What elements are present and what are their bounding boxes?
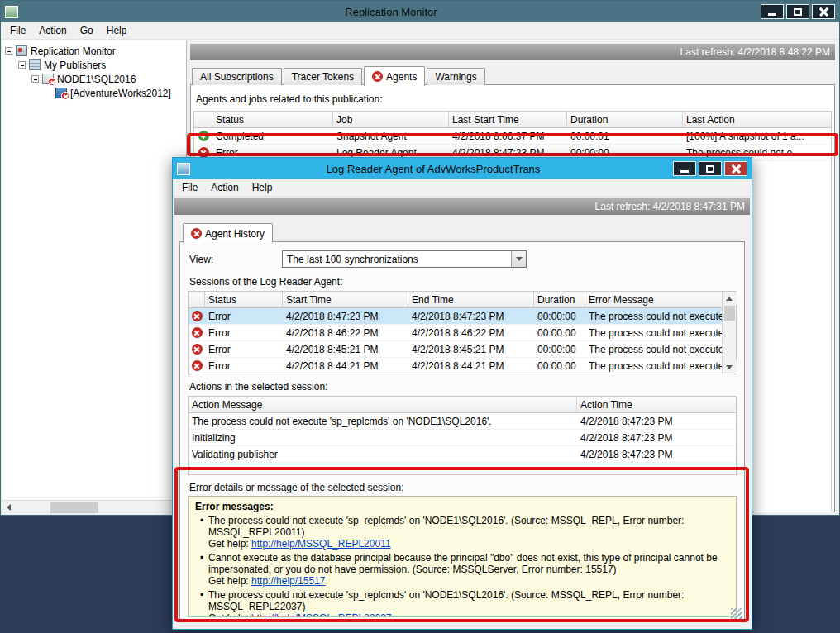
column-header-icon[interactable] — [194, 112, 212, 128]
publication-error-icon — [55, 88, 67, 98]
column-header-start-time[interactable]: Start Time — [283, 292, 408, 308]
menu-file[interactable]: File — [175, 180, 204, 195]
tab-agent-history[interactable]: Agent History — [183, 223, 273, 243]
close-button[interactable] — [812, 4, 835, 19]
action-message-cell: The process could not execute 'sp_replcm… — [189, 413, 577, 429]
view-dropdown-value: The last 100 synchronizations — [283, 254, 511, 265]
error-message-text: The process could not execute 'sp_replcm… — [208, 515, 684, 538]
up-arrow-icon — [726, 297, 733, 301]
down-arrow-icon — [726, 365, 733, 369]
action-row[interactable]: Initializing 4/2/2018 8:47:23 PM — [189, 430, 736, 446]
maximize-button[interactable] — [786, 4, 809, 19]
server-error-icon — [42, 74, 54, 84]
resize-grip[interactable] — [731, 608, 742, 620]
error-icon — [192, 311, 203, 321]
column-header-icon[interactable] — [189, 292, 205, 308]
scrollbar-thumb[interactable] — [50, 502, 98, 513]
error-icon — [192, 327, 203, 338]
column-header-status[interactable]: Status — [212, 112, 333, 128]
collapse-icon[interactable] — [18, 61, 26, 69]
collapse-icon[interactable] — [31, 75, 39, 83]
menu-go[interactable]: Go — [74, 23, 100, 38]
tree-item-adventureworks2012[interactable]: [AdventureWorks2012] — [55, 86, 186, 100]
column-header-action-time[interactable]: Action Time — [577, 397, 736, 413]
session-row[interactable]: Error 4/2/2018 8:47:23 PM 4/2/2018 8:47:… — [189, 308, 722, 325]
minimize-button[interactable] — [673, 161, 696, 176]
tree-item-node1-sql2016[interactable]: NODE1\SQL2016 — [31, 72, 186, 86]
end-time-cell: 4/2/2018 8:47:23 PM — [408, 308, 534, 324]
minimize-icon — [680, 170, 689, 173]
column-header-job[interactable]: Job — [333, 112, 449, 128]
scrollbar-thumb[interactable] — [724, 306, 735, 321]
action-row[interactable]: The process could not execute 'sp_replcm… — [189, 413, 736, 430]
tree-horizontal-scrollbar[interactable] — [2, 500, 186, 514]
close-button[interactable] — [724, 161, 747, 176]
menu-action[interactable]: Action — [32, 23, 73, 38]
duration-cell: 00:00:00 — [534, 341, 585, 357]
session-row[interactable]: Error 4/2/2018 8:44:21 PM 4/2/2018 8:44:… — [189, 358, 722, 374]
start-time-cell: 4/2/2018 8:45:21 PM — [283, 341, 408, 357]
error-details-box: Error messages: The process could not ex… — [188, 496, 737, 617]
tab-agents[interactable]: Agents — [364, 66, 425, 86]
session-row[interactable]: Error 4/2/2018 8:45:21 PM 4/2/2018 8:45:… — [189, 341, 722, 358]
agent-history-tab-page: View: The last 100 synchronizations Sess… — [179, 241, 745, 622]
minimize-button[interactable] — [761, 4, 784, 19]
scroll-down-button[interactable] — [723, 360, 737, 374]
tab-all-subscriptions[interactable]: All Subscriptions — [192, 68, 282, 85]
view-row: View: The last 100 synchronizations — [189, 250, 737, 268]
last-refresh-bar: Last refresh: 4/2/2018 8:48:22 PM — [190, 44, 835, 60]
end-time-cell: 4/2/2018 8:46:22 PM — [408, 325, 534, 340]
tab-label: Agent History — [205, 228, 265, 240]
agent-row-snapshot[interactable]: Completed Snapshot Agent 4/2/2018 8:06:3… — [194, 128, 831, 145]
sessions-table: Status Start Time End Time Duration Erro… — [189, 292, 722, 374]
error-badge-icon — [48, 78, 56, 86]
help-link[interactable]: http://help/MSSQL_REPL22037 — [251, 612, 391, 617]
tab-warnings[interactable]: Warnings — [427, 68, 484, 85]
maximize-icon — [706, 165, 714, 173]
minimize-icon — [768, 13, 776, 16]
window-title: Replication Monitor — [21, 6, 761, 18]
menu-action[interactable]: Action — [204, 180, 245, 195]
scroll-left-button[interactable] — [2, 501, 16, 514]
column-header-error-message[interactable]: Error Message — [585, 292, 722, 308]
dropdown-button[interactable] — [511, 251, 526, 267]
error-icon — [192, 360, 203, 371]
job-cell: Snapshot Agent — [333, 128, 449, 144]
scroll-up-button[interactable] — [723, 292, 737, 305]
actions-table-header: Action Message Action Time — [189, 397, 736, 413]
menu-help[interactable]: Help — [246, 180, 279, 195]
agents-caption: Agents and jobs related to this publicat… — [193, 92, 833, 111]
menu-file[interactable]: File — [3, 23, 32, 38]
tree-item-replication-monitor[interactable]: Replication Monitor — [5, 44, 186, 58]
get-help-label: Get help: — [208, 538, 249, 550]
sessions-vertical-scrollbar[interactable] — [722, 292, 736, 374]
column-header-duration[interactable]: Duration — [567, 112, 683, 128]
main-titlebar[interactable]: Replication Monitor — [1, 1, 839, 22]
action-time-cell: 4/2/2018 8:47:23 PM — [577, 430, 736, 445]
tree-item-label: My Publishers — [44, 59, 106, 71]
column-header-end-time[interactable]: End Time — [408, 292, 534, 308]
bullet-icon — [195, 552, 208, 587]
dialog-titlebar[interactable]: Log Reader Agent of AdvWorksProductTrans — [173, 158, 752, 179]
help-link[interactable]: http://help/MSSQL_REPL20011 — [251, 538, 391, 550]
collapse-icon[interactable] — [5, 47, 12, 55]
dialog-window-controls — [673, 161, 747, 176]
column-header-last-start-time[interactable]: Last Start Time — [449, 112, 567, 128]
maximize-icon — [794, 8, 802, 16]
column-header-action-message[interactable]: Action Message — [189, 397, 577, 413]
maximize-button[interactable] — [699, 161, 722, 176]
view-dropdown[interactable]: The last 100 synchronizations — [282, 250, 527, 268]
column-header-last-action[interactable]: Last Action — [683, 112, 831, 128]
tab-tracer-tokens[interactable]: Tracer Tokens — [284, 68, 362, 85]
status-cell: Error — [205, 325, 283, 340]
column-header-status[interactable]: Status — [205, 292, 283, 308]
tree-item-my-publishers[interactable]: My Publishers — [18, 58, 186, 72]
menu-help[interactable]: Help — [100, 23, 134, 38]
column-header-duration[interactable]: Duration — [534, 292, 585, 308]
error-message-body: The process could not execute 'sp_replcm… — [208, 515, 729, 550]
tab-label: Agents — [386, 71, 417, 83]
session-row[interactable]: Error 4/2/2018 8:46:22 PM 4/2/2018 8:46:… — [189, 325, 722, 341]
action-row[interactable]: Validating publisher 4/2/2018 8:47:23 PM — [189, 446, 736, 463]
error-details-caption: Error details or message of the selected… — [188, 475, 737, 496]
help-link[interactable]: http://help/15517 — [251, 575, 325, 587]
